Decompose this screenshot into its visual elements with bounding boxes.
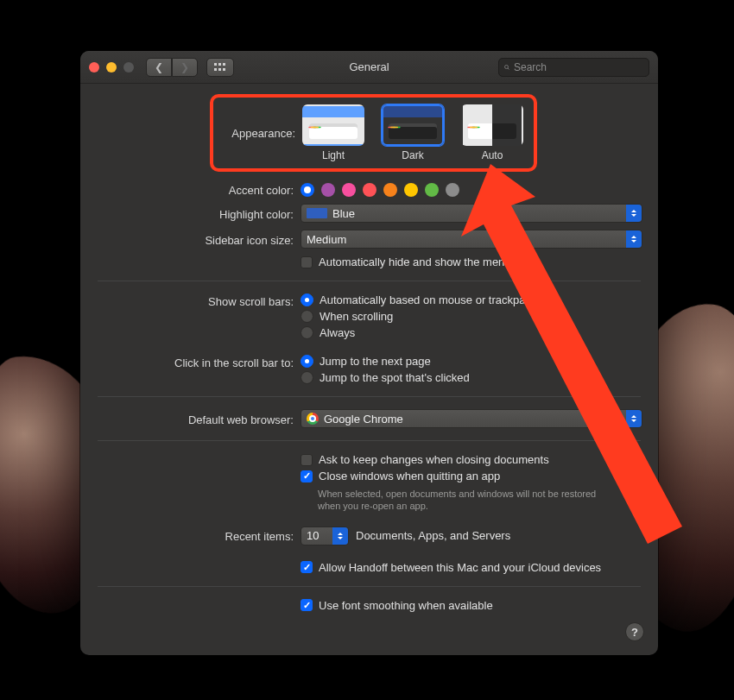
- close-window-button[interactable]: [89, 62, 99, 73]
- divider: [98, 586, 641, 587]
- font-smoothing-label: Use font smoothing when available: [319, 599, 493, 612]
- grid-icon: [214, 63, 226, 72]
- svg-rect-4: [218, 68, 221, 71]
- close-windows-checkbox[interactable]: Close windows when quitting an app: [301, 470, 642, 482]
- checkbox-icon: [301, 454, 313, 466]
- divider: [98, 396, 641, 397]
- chevron-left-icon: ❮: [155, 61, 163, 73]
- radio-icon: [301, 355, 313, 368]
- close-windows-note: When selected, open documents and window…: [318, 488, 603, 513]
- handoff-label: Allow Handoff between this Mac and your …: [319, 561, 601, 574]
- ask-keep-changes-checkbox[interactable]: Ask to keep changes when closing documen…: [301, 453, 642, 466]
- autohide-menubar-checkbox[interactable]: Automatically hide and show the menu bar: [301, 255, 642, 268]
- radio-icon: [301, 371, 313, 384]
- scrollbars-option-label: Always: [320, 326, 355, 339]
- stepper-arrows-icon: [626, 205, 642, 222]
- scrollbars-option-1[interactable]: When scrolling: [301, 310, 642, 323]
- font-smoothing-checkbox[interactable]: Use font smoothing when available: [301, 599, 642, 612]
- close-windows-label: Close windows when quitting an app: [319, 470, 500, 482]
- help-icon: ?: [631, 626, 638, 639]
- accent-color-purple[interactable]: [321, 183, 335, 197]
- zoom-window-button[interactable]: [123, 62, 134, 73]
- default-browser-label: Default web browser:: [80, 412, 301, 426]
- chrome-icon: [307, 413, 319, 425]
- default-browser-select[interactable]: Google Chrome: [301, 409, 642, 428]
- search-field[interactable]: [498, 58, 649, 77]
- chevron-right-icon: ❯: [180, 61, 189, 73]
- search-input[interactable]: [514, 61, 643, 73]
- appearance-option-dark[interactable]: Dark: [382, 104, 444, 161]
- appearance-option-light[interactable]: Light: [302, 104, 364, 161]
- appearance-section-highlight: Appearance: Light Dark Auto: [210, 94, 537, 172]
- default-browser-value: Google Chrome: [324, 413, 403, 426]
- accent-color-yellow[interactable]: [404, 183, 418, 197]
- stepper-arrows-icon: [626, 230, 642, 248]
- sidebar-icon-size-label: Sidebar icon size:: [80, 232, 301, 247]
- svg-point-6: [505, 65, 509, 68]
- scrollclick-option-1[interactable]: Jump to the spot that's clicked: [301, 371, 642, 384]
- window-traffic-lights: [89, 62, 134, 73]
- svg-line-7: [508, 68, 509, 70]
- nav-back-button[interactable]: ❮: [146, 58, 172, 77]
- scrollbars-option-label: Automatically based on mouse or trackpad: [320, 293, 532, 306]
- handoff-checkbox[interactable]: Allow Handoff between this Mac and your …: [301, 561, 642, 574]
- recent-items-select[interactable]: 10: [301, 527, 349, 545]
- appearance-option-auto[interactable]: Auto: [461, 104, 523, 161]
- svg-rect-1: [218, 63, 221, 66]
- window-titlebar: ❮ ❯ General: [80, 51, 658, 84]
- scrollbars-option-label: When scrolling: [320, 310, 393, 323]
- accent-color-green[interactable]: [425, 183, 439, 197]
- accent-color-label: Accent color:: [80, 182, 301, 197]
- appearance-label: Appearance:: [224, 127, 302, 140]
- appearance-option-label: Dark: [382, 149, 444, 161]
- checkbox-icon: [301, 599, 313, 611]
- radio-icon: [301, 326, 313, 339]
- highlight-color-select[interactable]: Blue: [301, 204, 642, 223]
- appearance-thumb-auto: [461, 104, 523, 146]
- radio-icon: [301, 310, 313, 323]
- nav-forward-button[interactable]: ❯: [172, 58, 198, 77]
- stepper-arrows-icon: [626, 410, 642, 427]
- accent-color-orange[interactable]: [383, 183, 397, 197]
- accent-color-pink[interactable]: [342, 183, 356, 197]
- ask-keep-changes-label: Ask to keep changes when closing documen…: [319, 453, 549, 466]
- scrollbars-option-0[interactable]: Automatically based on mouse or trackpad: [301, 293, 642, 306]
- scrollbars-option-2[interactable]: Always: [301, 326, 642, 339]
- accent-color-graphite[interactable]: [446, 183, 459, 197]
- appearance-option-label: Light: [302, 149, 364, 161]
- appearance-option-label: Auto: [461, 149, 523, 161]
- checkbox-icon: [301, 561, 313, 573]
- recent-items-suffix: Documents, Apps, and Servers: [356, 529, 510, 542]
- accent-color-red[interactable]: [363, 183, 376, 197]
- help-button[interactable]: ?: [625, 622, 644, 641]
- search-icon: [504, 62, 509, 73]
- scrollbars-label: Show scroll bars:: [80, 293, 301, 308]
- highlight-color-chip: [307, 208, 327, 218]
- checkbox-icon: [301, 256, 313, 268]
- stepper-arrows-icon: [332, 527, 348, 545]
- prefs-window: ❮ ❯ General Appearance:: [80, 51, 658, 655]
- svg-rect-2: [223, 63, 225, 66]
- highlight-color-value: Blue: [332, 207, 355, 220]
- svg-rect-3: [214, 68, 217, 71]
- svg-rect-5: [223, 68, 225, 71]
- highlight-color-label: Highlight color:: [80, 206, 301, 221]
- appearance-thumb-dark: [382, 104, 444, 146]
- autohide-menubar-label: Automatically hide and show the menu bar: [319, 255, 530, 268]
- scrollclick-option-0[interactable]: Jump to the next page: [301, 355, 642, 368]
- svg-rect-0: [214, 63, 217, 66]
- show-all-prefs-button[interactable]: [206, 58, 234, 77]
- checkbox-icon: [301, 470, 313, 482]
- scrollclick-option-label: Jump to the next page: [320, 355, 431, 368]
- sidebar-icon-size-select[interactable]: Medium: [301, 230, 642, 249]
- scrollclick-label: Click in the scroll bar to:: [80, 355, 301, 369]
- recent-items-label: Recent items:: [80, 528, 301, 543]
- accent-color-swatches: [301, 183, 642, 197]
- accent-color-blue[interactable]: [301, 183, 314, 197]
- radio-icon: [301, 293, 313, 306]
- divider: [98, 440, 641, 441]
- divider: [98, 281, 641, 281]
- appearance-thumb-light: [302, 104, 364, 146]
- minimize-window-button[interactable]: [106, 62, 117, 73]
- scrollclick-option-label: Jump to the spot that's clicked: [320, 371, 470, 384]
